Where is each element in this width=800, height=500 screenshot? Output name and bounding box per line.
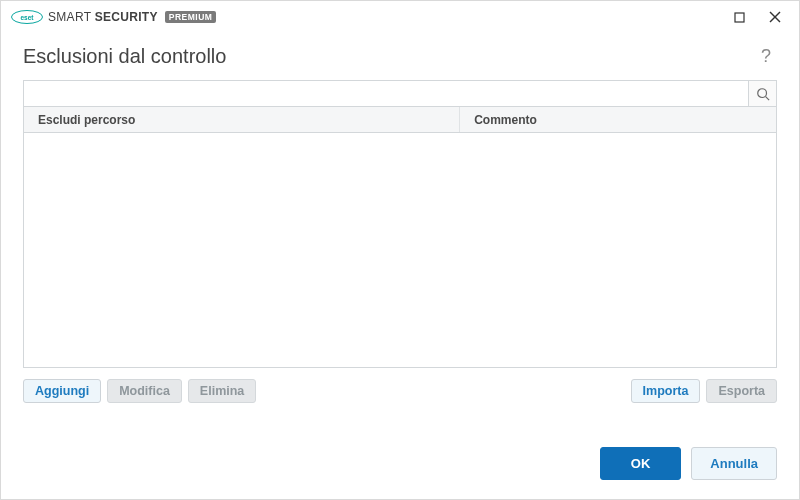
brand-badge: PREMIUM bbox=[165, 11, 217, 23]
page-title: Esclusioni dal controllo bbox=[23, 45, 226, 68]
search-input[interactable] bbox=[24, 81, 748, 106]
titlebar: eset SMART SECURITY PREMIUM bbox=[1, 1, 799, 33]
svg-text:eset: eset bbox=[20, 14, 34, 21]
column-header-comment[interactable]: Commento bbox=[460, 107, 776, 132]
footer: OK Annulla bbox=[1, 427, 799, 499]
content: Escludi percorso Commento Aggiungi Modif… bbox=[1, 80, 799, 427]
ok-button[interactable]: OK bbox=[600, 447, 682, 480]
help-button[interactable]: ? bbox=[755, 46, 777, 67]
brand: eset SMART SECURITY PREMIUM bbox=[11, 10, 216, 24]
close-button[interactable] bbox=[757, 3, 793, 31]
maximize-icon bbox=[734, 12, 745, 23]
search-button[interactable] bbox=[748, 81, 776, 106]
table-header: Escludi percorso Commento bbox=[24, 107, 776, 133]
brand-name-bold: SECURITY bbox=[95, 10, 158, 24]
window: eset SMART SECURITY PREMIUM Esclusioni d… bbox=[0, 0, 800, 500]
svg-rect-2 bbox=[735, 13, 744, 22]
brand-text: SMART SECURITY bbox=[48, 10, 158, 24]
maximize-button[interactable] bbox=[721, 3, 757, 31]
delete-button[interactable]: Elimina bbox=[188, 379, 256, 403]
brand-name-light: SMART bbox=[48, 10, 91, 24]
table-body[interactable] bbox=[24, 133, 776, 367]
edit-button[interactable]: Modifica bbox=[107, 379, 182, 403]
add-button[interactable]: Aggiungi bbox=[23, 379, 101, 403]
eset-logo-icon: eset bbox=[11, 10, 43, 24]
close-icon bbox=[769, 11, 781, 23]
column-header-path[interactable]: Escludi percorso bbox=[24, 107, 460, 132]
svg-line-6 bbox=[765, 96, 769, 100]
search-icon bbox=[756, 87, 770, 101]
import-button[interactable]: Importa bbox=[631, 379, 701, 403]
svg-point-5 bbox=[757, 88, 766, 97]
cancel-button[interactable]: Annulla bbox=[691, 447, 777, 480]
header-row: Esclusioni dal controllo ? bbox=[1, 33, 799, 80]
export-button[interactable]: Esporta bbox=[706, 379, 777, 403]
action-row: Aggiungi Modifica Elimina Importa Esport… bbox=[23, 368, 777, 406]
exclusions-panel: Escludi percorso Commento bbox=[23, 80, 777, 368]
search-bar bbox=[24, 81, 776, 107]
